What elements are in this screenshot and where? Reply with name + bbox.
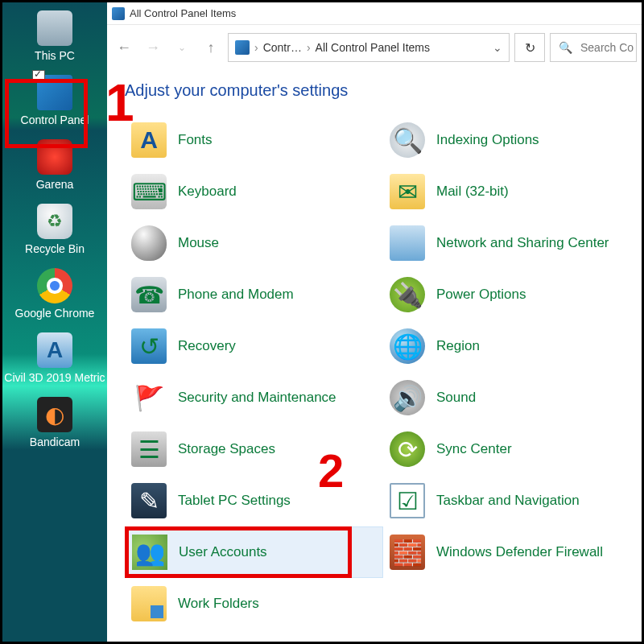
desktop-icon-bandicam[interactable]: ◐ Bandicam	[2, 392, 107, 456]
phone-icon: ☎	[131, 277, 167, 312]
item-keyboard[interactable]: ⌨ Keyboard	[125, 166, 383, 217]
window-title: All Control Panel Items	[130, 7, 236, 19]
control-panel-breadcrumb-icon	[235, 40, 250, 55]
civil3d-icon: A	[37, 332, 72, 368]
item-label: Fonts	[178, 132, 213, 148]
item-storage-spaces[interactable]: ☰ Storage Spaces	[125, 423, 383, 475]
item-label: Tablet PC Settings	[178, 493, 291, 509]
desktop-icon-this-pc[interactable]: This PC	[2, 6, 107, 70]
flag-icon: 🚩	[131, 380, 167, 415]
item-fonts[interactable]: A Fonts	[125, 114, 383, 166]
annotation-step-1: 1	[105, 73, 134, 133]
tablet-icon: ✎	[131, 483, 167, 518]
desktop-icon-recycle-bin[interactable]: Recycle Bin	[2, 199, 107, 263]
item-label: Indexing Options	[436, 132, 539, 148]
item-label: Mail (32-bit)	[436, 184, 509, 200]
desktop-icon-label: Bandicam	[4, 436, 105, 448]
network-icon	[390, 225, 425, 261]
speaker-icon: 🔊	[390, 380, 425, 415]
chevron-right-icon: ›	[254, 41, 258, 54]
item-label: Windows Defender Firewall	[436, 544, 603, 560]
item-mail[interactable]: ✉ Mail (32-bit)	[383, 166, 642, 217]
page-heading: Adjust your computer's settings	[107, 70, 642, 114]
breadcrumb-dropdown-icon[interactable]: ⌄	[493, 41, 502, 54]
annotation-highlight-1	[5, 79, 88, 148]
item-label: Sound	[436, 390, 476, 406]
power-icon: 🔌	[390, 277, 425, 312]
recovery-icon: ↺	[131, 328, 167, 364]
search-icon: 🔍	[559, 41, 572, 54]
item-indexing-options[interactable]: 🔍 Indexing Options	[383, 114, 642, 166]
annotation-highlight-2	[125, 526, 352, 578]
item-label: Network and Sharing Center	[436, 235, 609, 251]
desktop-icon-google-chrome[interactable]: Google Chrome	[2, 263, 107, 328]
item-tablet-pc-settings[interactable]: ✎ Tablet PC Settings	[125, 475, 383, 526]
bandicam-icon: ◐	[37, 397, 72, 432]
item-label: Power Options	[436, 287, 526, 303]
item-phone-modem[interactable]: ☎ Phone and Modem	[125, 269, 383, 320]
search-placeholder: Search Co	[580, 41, 634, 54]
item-region[interactable]: 🌐 Region	[383, 320, 642, 372]
item-mouse[interactable]: Mouse	[125, 217, 383, 269]
forward-button[interactable]: →	[141, 35, 165, 60]
item-network-sharing[interactable]: Network and Sharing Center	[383, 217, 642, 269]
desktop-icon-label: Garena	[4, 178, 105, 191]
work-folders-icon	[131, 586, 167, 621]
taskbar-icon: ☑	[390, 483, 425, 518]
item-windows-defender-firewall[interactable]: 🧱 Windows Defender Firewall	[383, 526, 642, 578]
item-label: Security and Maintenance	[178, 390, 336, 406]
chevron-right-icon: ›	[307, 41, 311, 54]
desktop-icon-label: Google Chrome	[4, 307, 105, 320]
desktop-icon-civil3d[interactable]: A Civil 3D 2019 Metric	[2, 328, 107, 392]
nav-bar: ← → ⌄ ↑ › Contr… › All Control Panel Ite…	[107, 25, 642, 70]
desktop-icon-label: This PC	[4, 49, 105, 62]
mouse-icon	[131, 225, 167, 261]
back-button[interactable]: ←	[112, 35, 136, 60]
refresh-button[interactable]: ↻	[514, 33, 545, 62]
desktop-icon-label: Recycle Bin	[4, 242, 105, 255]
item-label: Work Folders	[178, 596, 259, 612]
chrome-icon	[37, 268, 72, 303]
firewall-icon: 🧱	[390, 535, 425, 570]
item-sync-center[interactable]: ⟳ Sync Center	[383, 423, 642, 475]
item-label: Recovery	[178, 338, 236, 354]
globe-icon: 🌐	[390, 328, 425, 364]
item-taskbar-navigation[interactable]: ☑ Taskbar and Navigation	[383, 475, 642, 526]
keyboard-icon: ⌨	[131, 174, 167, 209]
mail-icon: ✉	[390, 174, 425, 209]
recycle-bin-icon	[37, 204, 72, 239]
sync-icon: ⟳	[390, 431, 425, 467]
indexing-icon: 🔍	[390, 122, 425, 158]
item-security-maintenance[interactable]: 🚩 Security and Maintenance	[125, 372, 383, 423]
recent-dropdown[interactable]: ⌄	[170, 35, 194, 60]
this-pc-icon	[37, 10, 72, 46]
breadcrumb[interactable]: › Contr… › All Control Panel Items ⌄	[228, 33, 510, 62]
storage-icon: ☰	[131, 431, 167, 467]
item-label: Taskbar and Navigation	[436, 493, 580, 509]
control-panel-window-icon	[112, 7, 125, 20]
desktop-icon-label: Civil 3D 2019 Metric	[4, 371, 105, 384]
item-label: Mouse	[178, 235, 219, 251]
item-recovery[interactable]: ↺ Recovery	[125, 320, 383, 372]
item-label: Keyboard	[178, 184, 237, 200]
search-input[interactable]: 🔍 Search Co	[550, 33, 637, 62]
item-work-folders[interactable]: Work Folders	[125, 578, 383, 630]
item-sound[interactable]: 🔊 Sound	[383, 372, 642, 423]
title-bar: All Control Panel Items	[107, 2, 642, 25]
annotation-step-2: 2	[318, 444, 344, 497]
item-power-options[interactable]: 🔌 Power Options	[383, 269, 642, 320]
item-label: Region	[436, 338, 480, 354]
item-label: Storage Spaces	[178, 441, 275, 457]
breadcrumb-part[interactable]: All Control Panel Items	[316, 41, 430, 54]
up-button[interactable]: ↑	[199, 35, 223, 60]
breadcrumb-part[interactable]: Contr…	[263, 41, 302, 54]
item-label: Phone and Modem	[178, 287, 294, 303]
fonts-icon: A	[131, 122, 167, 158]
item-label: Sync Center	[436, 441, 512, 457]
